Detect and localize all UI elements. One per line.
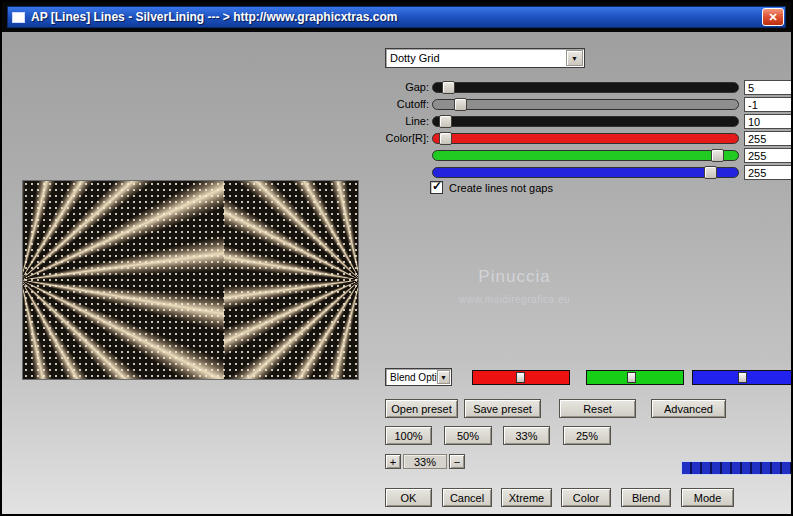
color-button[interactable]: Color (561, 488, 611, 507)
plugin-dialog: AP [Lines] Lines - SilverLining --- > ht… (0, 0, 793, 516)
gap-slider-handle[interactable] (442, 81, 455, 94)
param-row-gap: Gap: (377, 80, 793, 96)
watermark-name: Pinuccia (407, 267, 622, 287)
color-g-slider[interactable] (432, 150, 739, 161)
color-r-label: Color[R]: (377, 132, 429, 144)
gap-value-field[interactable] (744, 80, 792, 95)
check-icon: ✓ (432, 179, 442, 193)
watermark-url: www.maidiregrafica.eu (407, 294, 622, 305)
blend-button[interactable]: Blend (621, 488, 671, 507)
ok-button[interactable]: OK (385, 488, 432, 507)
blend-red-slider-thumb[interactable] (516, 372, 525, 383)
cutoff-slider[interactable] (432, 99, 739, 110)
line-value-field[interactable] (744, 114, 792, 129)
reset-button[interactable]: Reset (559, 399, 636, 418)
gap-slider[interactable] (432, 82, 739, 93)
close-button[interactable]: ✕ (762, 8, 784, 26)
cutoff-value-field[interactable] (744, 97, 792, 112)
color-r-value-field[interactable] (744, 131, 792, 146)
window-title: AP [Lines] Lines - SilverLining --- > ht… (31, 10, 397, 24)
checkbox-box[interactable]: ✓ (430, 181, 443, 194)
cancel-button[interactable]: Cancel (442, 488, 492, 507)
chevron-down-icon[interactable]: ▼ (566, 50, 583, 66)
blend-options-dropdown[interactable]: Blend Opti ▼ (385, 368, 452, 386)
preset-dropdown[interactable]: Dotty Grid ▼ (385, 48, 585, 68)
save-preset-button[interactable]: Save preset (464, 399, 541, 418)
color-g-value-field[interactable] (744, 148, 792, 163)
color-b-value-field[interactable] (744, 165, 792, 180)
param-row-line: Line: (377, 114, 793, 130)
mode-button[interactable]: Mode (681, 488, 734, 507)
blend-green-slider[interactable] (586, 370, 684, 385)
chevron-down-icon[interactable]: ▼ (437, 370, 450, 384)
watermark: Pinuccia www.maidiregrafica.eu (407, 267, 622, 305)
color-r-slider[interactable] (432, 133, 739, 144)
line-slider[interactable] (432, 116, 739, 127)
cutoff-slider-handle[interactable] (454, 98, 467, 111)
param-row-color-r: Color[R]: (377, 131, 793, 147)
zoom-level-display: 33% (403, 454, 447, 469)
param-row-cutoff: Cutoff: (377, 97, 793, 113)
progress-bar (681, 461, 792, 475)
line-slider-handle[interactable] (439, 115, 452, 128)
zoom-100-button[interactable]: 100% (385, 426, 432, 445)
window-icon (12, 12, 25, 23)
zoom-33-button[interactable]: 33% (503, 426, 550, 445)
xtreme-button[interactable]: Xtreme (501, 488, 552, 507)
color-b-slider[interactable] (432, 167, 739, 178)
blend-red-slider[interactable] (472, 370, 570, 385)
blend-green-slider-thumb[interactable] (627, 372, 636, 383)
zoom-in-button[interactable]: + (385, 454, 401, 469)
blend-options-value: Blend Opti (390, 372, 437, 383)
preview-image (22, 180, 359, 380)
cutoff-label: Cutoff: (377, 98, 429, 110)
preset-dropdown-value: Dotty Grid (390, 52, 440, 64)
gap-label: Gap: (377, 81, 429, 93)
open-preset-button[interactable]: Open preset (385, 399, 458, 418)
color-g-slider-handle[interactable] (711, 149, 724, 162)
zoom-50-button[interactable]: 50% (444, 426, 492, 445)
titlebar[interactable]: AP [Lines] Lines - SilverLining --- > ht… (7, 6, 786, 28)
blend-blue-slider[interactable] (692, 370, 792, 385)
close-icon: ✕ (768, 11, 777, 24)
advanced-button[interactable]: Advanced (651, 399, 726, 418)
blend-blue-slider-thumb[interactable] (738, 372, 747, 383)
line-label: Line: (377, 115, 429, 127)
create-lines-checkbox[interactable]: ✓ Create lines not gaps (430, 181, 553, 194)
checkbox-label: Create lines not gaps (449, 182, 553, 194)
zoom-out-button[interactable]: − (449, 454, 465, 469)
zoom-25-button[interactable]: 25% (563, 426, 611, 445)
color-b-slider-handle[interactable] (704, 166, 717, 179)
param-row-color-g (377, 148, 793, 164)
color-r-slider-handle[interactable] (439, 132, 452, 145)
